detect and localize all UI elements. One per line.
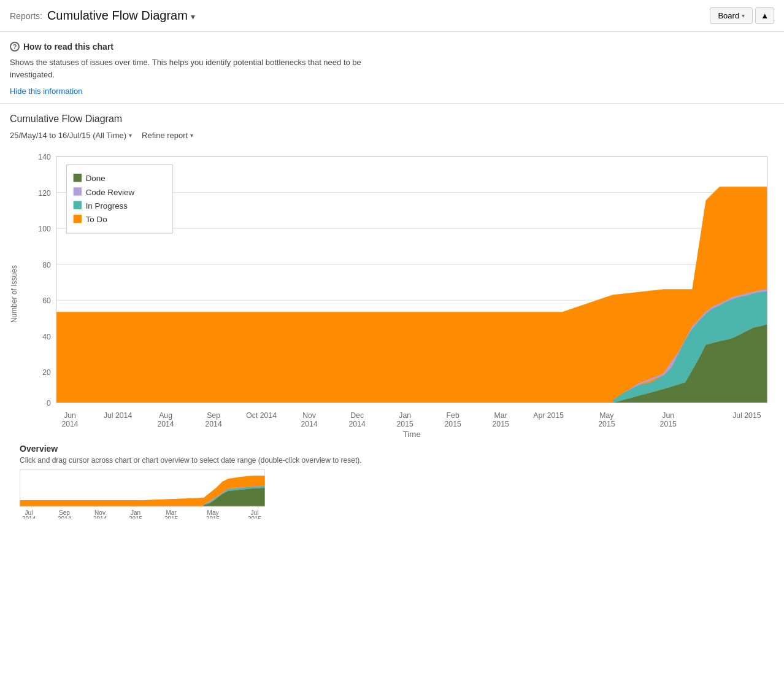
board-dropdown-arrow: ▾ bbox=[742, 12, 745, 19]
date-range-button[interactable]: 25/May/14 to 16/Jul/15 (All Time) ▾ bbox=[10, 131, 132, 140]
help-icon: ? bbox=[10, 42, 20, 52]
date-range-arrow: ▾ bbox=[129, 132, 132, 139]
svg-text:2015: 2015 bbox=[397, 420, 413, 428]
svg-text:Jul 2015: Jul 2015 bbox=[732, 411, 761, 420]
svg-text:2015: 2015 bbox=[206, 516, 220, 519]
collapse-icon: ▲ bbox=[761, 11, 769, 20]
svg-text:140: 140 bbox=[38, 153, 51, 161]
svg-text:2015: 2015 bbox=[598, 420, 615, 428]
section-divider bbox=[0, 103, 784, 104]
svg-text:2015: 2015 bbox=[445, 420, 461, 428]
overview-section: Overview Click and drag cursor across ch… bbox=[10, 444, 774, 530]
chart-container: Number of Issues bbox=[10, 150, 774, 439]
svg-text:Aug: Aug bbox=[159, 411, 172, 420]
board-button[interactable]: Board ▾ bbox=[710, 7, 753, 24]
svg-text:To Do: To Do bbox=[86, 215, 107, 224]
chart-section: Cumulative Flow Diagram 25/May/14 to 16/… bbox=[0, 114, 784, 530]
svg-text:Mar: Mar bbox=[494, 411, 507, 420]
svg-rect-23 bbox=[74, 174, 82, 182]
svg-text:2015: 2015 bbox=[164, 516, 179, 519]
svg-text:40: 40 bbox=[42, 333, 51, 341]
svg-text:Code Review: Code Review bbox=[86, 188, 135, 197]
overview-title: Overview bbox=[20, 444, 764, 454]
svg-text:Time: Time bbox=[403, 430, 421, 437]
chart-inner: 0 20 40 60 80 100 120 140 bbox=[22, 150, 774, 439]
svg-rect-25 bbox=[74, 187, 82, 195]
svg-text:Jul 2014: Jul 2014 bbox=[104, 411, 133, 420]
svg-text:Apr 2015: Apr 2015 bbox=[533, 411, 564, 420]
svg-text:Done: Done bbox=[86, 174, 106, 183]
refine-report-button[interactable]: Refine report ▾ bbox=[142, 131, 193, 140]
svg-text:Sep: Sep bbox=[207, 411, 220, 420]
header-right: Board ▾ ▲ bbox=[710, 7, 774, 24]
svg-text:2014: 2014 bbox=[61, 420, 78, 428]
main-chart-svg[interactable]: 0 20 40 60 80 100 120 140 bbox=[22, 150, 774, 437]
y-axis-label: Number of Issues bbox=[10, 150, 18, 439]
svg-text:Dec: Dec bbox=[350, 411, 364, 420]
svg-rect-27 bbox=[74, 201, 82, 209]
svg-text:20: 20 bbox=[42, 368, 51, 377]
refine-arrow: ▾ bbox=[190, 132, 193, 139]
svg-text:120: 120 bbox=[38, 189, 51, 198]
svg-text:Feb: Feb bbox=[447, 411, 459, 420]
overview-description: Click and drag cursor across chart or ch… bbox=[20, 456, 764, 465]
reports-label: Reports: bbox=[10, 11, 42, 21]
svg-text:0: 0 bbox=[47, 399, 51, 408]
svg-text:80: 80 bbox=[42, 261, 51, 269]
svg-text:Jan: Jan bbox=[399, 411, 411, 420]
svg-text:May: May bbox=[599, 411, 614, 420]
svg-text:60: 60 bbox=[42, 296, 51, 305]
svg-text:2014: 2014 bbox=[301, 420, 317, 428]
svg-text:Jun: Jun bbox=[64, 411, 76, 420]
chart-wrapper: Number of Issues bbox=[10, 150, 774, 439]
hide-info-link[interactable]: Hide this information bbox=[10, 87, 83, 96]
svg-text:2014: 2014 bbox=[205, 420, 221, 428]
overview-chart-svg[interactable]: Jul 2014 Sep 2014 Nov 2014 Jan 2015 Mar … bbox=[20, 469, 265, 519]
chart-title: Cumulative Flow Diagram bbox=[10, 114, 774, 125]
date-range-row: 25/May/14 to 16/Jul/15 (All Time) ▾ Refi… bbox=[10, 131, 774, 140]
info-description: Shows the statuses of issues over time. … bbox=[10, 56, 378, 80]
svg-text:2015: 2015 bbox=[493, 420, 509, 428]
svg-text:100: 100 bbox=[38, 225, 51, 233]
svg-text:2014: 2014 bbox=[93, 516, 107, 519]
header-left: Reports: Cumulative Flow Diagram ▾ bbox=[10, 9, 195, 23]
info-title: ? How to read this chart bbox=[10, 42, 774, 52]
svg-text:In Progress: In Progress bbox=[86, 201, 128, 211]
svg-text:2015: 2015 bbox=[248, 516, 262, 519]
overview-chart-wrapper[interactable]: Jul 2014 Sep 2014 Nov 2014 Jan 2015 Mar … bbox=[20, 469, 764, 520]
collapse-button[interactable]: ▲ bbox=[755, 7, 774, 24]
header: Reports: Cumulative Flow Diagram ▾ Board… bbox=[0, 0, 784, 32]
svg-text:2015: 2015 bbox=[129, 516, 143, 519]
svg-text:Jun: Jun bbox=[662, 411, 674, 420]
svg-text:Oct 2014: Oct 2014 bbox=[246, 411, 277, 420]
svg-text:2014: 2014 bbox=[348, 420, 365, 428]
svg-text:2014: 2014 bbox=[22, 516, 36, 519]
svg-text:2015: 2015 bbox=[660, 420, 677, 428]
info-section: ? How to read this chart Shows the statu… bbox=[0, 32, 784, 103]
svg-rect-22 bbox=[66, 165, 172, 233]
svg-rect-29 bbox=[74, 215, 82, 223]
svg-text:2014: 2014 bbox=[58, 516, 72, 519]
svg-text:Nov: Nov bbox=[302, 411, 317, 420]
page-title: Cumulative Flow Diagram ▾ bbox=[47, 9, 196, 23]
svg-text:2014: 2014 bbox=[157, 420, 174, 428]
